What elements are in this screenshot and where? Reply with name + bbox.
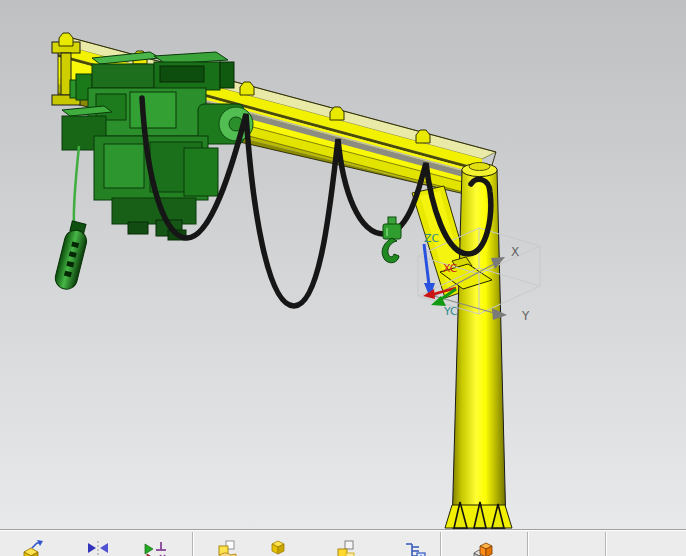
- hand-cube-icon: [214, 539, 240, 556]
- structure-tree-icon: [402, 539, 428, 556]
- perpendicular-constraint-button[interactable]: [143, 539, 169, 556]
- xc-label: XC: [443, 262, 458, 275]
- stacked-cubes-icon: [333, 539, 359, 556]
- cube-pattern-icon: [265, 539, 291, 556]
- cube-pattern-button[interactable]: [265, 539, 291, 556]
- toolbar-separator: [527, 532, 528, 556]
- toolbar-separator: [605, 532, 606, 556]
- toolbar-separator: [440, 532, 441, 556]
- stacked-cubes-button[interactable]: [333, 539, 359, 556]
- wcs-x-label: X: [511, 245, 519, 259]
- hand-cube-button[interactable]: [214, 539, 240, 556]
- linked-cube-icon: [471, 539, 497, 556]
- wcs-y-label: Y: [521, 309, 530, 323]
- move-cube-arrow-icon: [20, 539, 46, 556]
- mirror-triangles-button[interactable]: [85, 539, 111, 556]
- mirror-triangles-icon: [85, 539, 111, 556]
- move-cube-arrow-button[interactable]: [20, 539, 46, 556]
- zc-label: ZC: [424, 232, 440, 245]
- bottom-toolbar: [0, 529, 686, 556]
- base-gussets: [445, 502, 512, 528]
- 3d-viewport[interactable]: X Y ZC XC YC: [0, 0, 686, 529]
- cad-application-window: X Y ZC XC YC: [0, 0, 686, 556]
- perpendicular-constraint-icon: [143, 539, 169, 556]
- yc-label: YC: [443, 305, 458, 318]
- structure-tree-button[interactable]: [402, 539, 428, 556]
- linked-cube-button[interactable]: [471, 539, 497, 556]
- toolbar-separator: [192, 532, 193, 556]
